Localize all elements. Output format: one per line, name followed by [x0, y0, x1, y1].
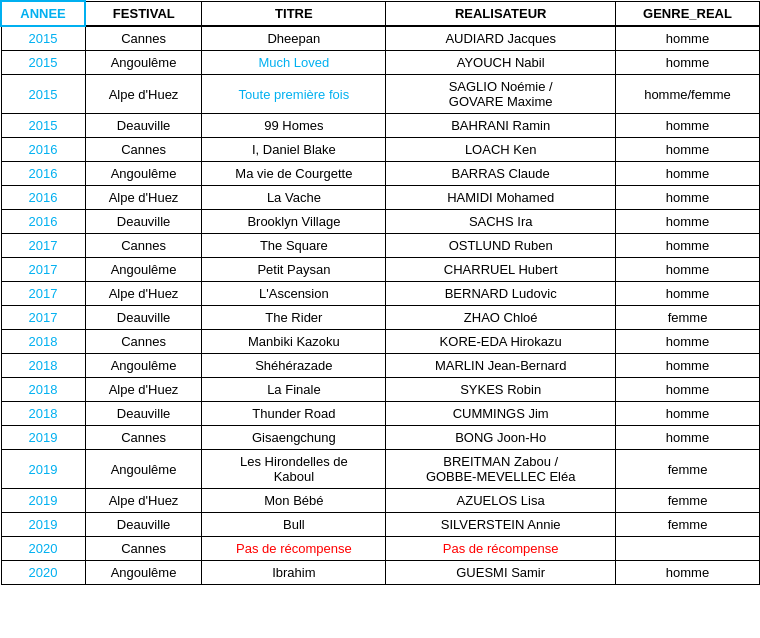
cell-annee: 2018 — [1, 378, 85, 402]
table-row: 2018DeauvilleThunder RoadCUMMINGS Jimhom… — [1, 402, 760, 426]
table-row: 2019DeauvilleBullSILVERSTEIN Anniefemme — [1, 513, 760, 537]
table-row: 2015Deauville99 HomesBAHRANI Raminhomme — [1, 114, 760, 138]
cell-festival: Alpe d'Huez — [85, 186, 202, 210]
cell-festival: Alpe d'Huez — [85, 282, 202, 306]
cell-genre: homme — [616, 330, 760, 354]
cell-realisateur: SACHS Ira — [386, 210, 616, 234]
cell-genre: homme — [616, 282, 760, 306]
cell-festival: Alpe d'Huez — [85, 378, 202, 402]
table-row: 2017CannesThe SquareOSTLUND Rubenhomme — [1, 234, 760, 258]
cell-festival: Deauville — [85, 114, 202, 138]
cell-realisateur: CHARRUEL Hubert — [386, 258, 616, 282]
header-realisateur: REALISATEUR — [386, 1, 616, 26]
cell-genre: homme — [616, 114, 760, 138]
cell-genre: homme — [616, 378, 760, 402]
cell-realisateur: BARRAS Claude — [386, 162, 616, 186]
cell-genre: homme/femme — [616, 75, 760, 114]
cell-realisateur: AYOUCH Nabil — [386, 51, 616, 75]
cell-festival: Angoulême — [85, 354, 202, 378]
cell-festival: Cannes — [85, 537, 202, 561]
cell-genre: homme — [616, 210, 760, 234]
cell-realisateur: OSTLUND Ruben — [386, 234, 616, 258]
cell-festival: Angoulême — [85, 162, 202, 186]
cell-annee: 2015 — [1, 26, 85, 51]
cell-annee: 2020 — [1, 561, 85, 585]
cell-annee: 2019 — [1, 513, 85, 537]
cell-realisateur: SAGLIO Noémie /GOVARE Maxime — [386, 75, 616, 114]
cell-annee: 2015 — [1, 51, 85, 75]
cell-festival: Angoulême — [85, 450, 202, 489]
cell-festival: Cannes — [85, 330, 202, 354]
cell-titre: Brooklyn Village — [202, 210, 386, 234]
cell-annee: 2020 — [1, 537, 85, 561]
festival-table: ANNEE FESTIVAL TITRE REALISATEUR GENRE_R… — [0, 0, 760, 585]
table-row: 2019CannesGisaengchungBONG Joon-Hohomme — [1, 426, 760, 450]
cell-annee: 2016 — [1, 210, 85, 234]
cell-genre: homme — [616, 354, 760, 378]
cell-titre: Mon Bébé — [202, 489, 386, 513]
cell-realisateur: BONG Joon-Ho — [386, 426, 616, 450]
cell-genre: homme — [616, 26, 760, 51]
cell-festival: Deauville — [85, 402, 202, 426]
table-row: 2019Alpe d'HuezMon BébéAZUELOS Lisafemme — [1, 489, 760, 513]
cell-realisateur: ZHAO Chloé — [386, 306, 616, 330]
cell-titre: Ma vie de Courgette — [202, 162, 386, 186]
cell-annee: 2019 — [1, 450, 85, 489]
cell-realisateur: SYKES Robin — [386, 378, 616, 402]
cell-festival: Deauville — [85, 306, 202, 330]
table-row: 2015CannesDheepanAUDIARD Jacqueshomme — [1, 26, 760, 51]
cell-titre: Dheepan — [202, 26, 386, 51]
cell-titre: I, Daniel Blake — [202, 138, 386, 162]
table-row: 2017Alpe d'HuezL'AscensionBERNARD Ludovi… — [1, 282, 760, 306]
cell-genre: homme — [616, 162, 760, 186]
cell-festival: Cannes — [85, 426, 202, 450]
table-row: 2020CannesPas de récompensePas de récomp… — [1, 537, 760, 561]
cell-genre: homme — [616, 258, 760, 282]
cell-genre: homme — [616, 234, 760, 258]
cell-titre: La Finale — [202, 378, 386, 402]
cell-genre: homme — [616, 561, 760, 585]
cell-annee: 2019 — [1, 426, 85, 450]
cell-festival: Cannes — [85, 26, 202, 51]
cell-realisateur: MARLIN Jean-Bernard — [386, 354, 616, 378]
cell-genre — [616, 537, 760, 561]
cell-realisateur: Pas de récompense — [386, 537, 616, 561]
cell-genre: femme — [616, 450, 760, 489]
cell-realisateur: AZUELOS Lisa — [386, 489, 616, 513]
cell-titre: Bull — [202, 513, 386, 537]
cell-annee: 2016 — [1, 186, 85, 210]
cell-realisateur: LOACH Ken — [386, 138, 616, 162]
cell-genre: homme — [616, 138, 760, 162]
cell-titre: Les Hirondelles deKaboul — [202, 450, 386, 489]
cell-realisateur: HAMIDI Mohamed — [386, 186, 616, 210]
table-row: 2016Alpe d'HuezLa VacheHAMIDI Mohamedhom… — [1, 186, 760, 210]
header-festival: FESTIVAL — [85, 1, 202, 26]
cell-genre: homme — [616, 186, 760, 210]
cell-annee: 2019 — [1, 489, 85, 513]
table-row: 2016AngoulêmeMa vie de CourgetteBARRAS C… — [1, 162, 760, 186]
header-genre: GENRE_REAL — [616, 1, 760, 26]
cell-titre: The Rider — [202, 306, 386, 330]
cell-titre: L'Ascension — [202, 282, 386, 306]
cell-titre: Gisaengchung — [202, 426, 386, 450]
cell-genre: homme — [616, 402, 760, 426]
cell-festival: Angoulême — [85, 51, 202, 75]
cell-titre: Toute première fois — [202, 75, 386, 114]
cell-genre: homme — [616, 51, 760, 75]
cell-titre: La Vache — [202, 186, 386, 210]
table-row: 2016DeauvilleBrooklyn VillageSACHS Iraho… — [1, 210, 760, 234]
cell-festival: Cannes — [85, 138, 202, 162]
cell-realisateur: BERNARD Ludovic — [386, 282, 616, 306]
cell-annee: 2018 — [1, 330, 85, 354]
cell-titre: 99 Homes — [202, 114, 386, 138]
table-row: 2018CannesManbiki KazokuKORE-EDA Hirokaz… — [1, 330, 760, 354]
cell-festival: Deauville — [85, 513, 202, 537]
table-row: 2018Alpe d'HuezLa FinaleSYKES Robinhomme — [1, 378, 760, 402]
cell-realisateur: GUESMI Samir — [386, 561, 616, 585]
table-row: 2015AngoulêmeMuch LovedAYOUCH Nabilhomme — [1, 51, 760, 75]
cell-annee: 2018 — [1, 402, 85, 426]
cell-titre: Much Loved — [202, 51, 386, 75]
cell-annee: 2017 — [1, 282, 85, 306]
cell-titre: Pas de récompense — [202, 537, 386, 561]
cell-annee: 2017 — [1, 258, 85, 282]
